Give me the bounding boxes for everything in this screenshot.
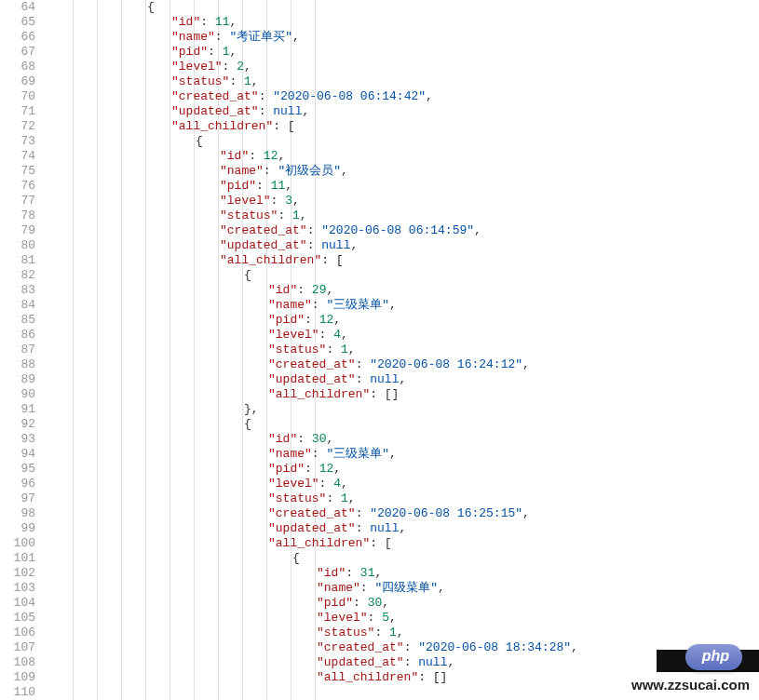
code-line[interactable]: "status": 1, xyxy=(50,343,759,357)
token-p: , xyxy=(326,283,333,297)
code-line[interactable]: "all_children": [ xyxy=(50,536,759,551)
code-line[interactable]: "id": 30, xyxy=(50,432,759,447)
token-p: : xyxy=(346,566,360,580)
line-number: 108 xyxy=(0,655,35,670)
token-p: , xyxy=(438,581,445,595)
token-k: "level" xyxy=(220,194,271,208)
code-line[interactable]: "level": 2, xyxy=(50,60,759,74)
code-line[interactable]: "status": 1, xyxy=(50,626,759,640)
token-p: : xyxy=(319,328,334,342)
token-k: "pid" xyxy=(268,462,305,476)
line-number: 65 xyxy=(0,15,35,30)
code-line[interactable]: "level": 5, xyxy=(50,611,759,626)
php-logo: php xyxy=(685,644,742,670)
token-nl: null xyxy=(321,238,350,252)
token-k: "created_at" xyxy=(220,223,307,237)
line-number: 88 xyxy=(0,357,35,372)
code-line[interactable]: "name": "三级菜单", xyxy=(50,447,759,462)
code-line[interactable]: "updated_at": null, xyxy=(50,372,759,387)
code-line[interactable]: "created_at": "2020-06-08 06:14:59", xyxy=(50,223,759,238)
code-line[interactable]: "level": 4, xyxy=(50,328,759,343)
token-p: : xyxy=(278,209,292,222)
php-logo-text: php xyxy=(685,644,742,670)
code-line[interactable]: "name": "四级菜单", xyxy=(50,581,759,596)
token-n: 12 xyxy=(264,149,278,163)
line-number: 80 xyxy=(0,238,35,253)
token-p: : xyxy=(208,45,223,59)
code-line[interactable]: "name": "三级菜单", xyxy=(50,298,759,313)
code-line[interactable]: "id": 12, xyxy=(50,149,759,164)
token-n: 11 xyxy=(215,15,230,29)
token-k: "all_children" xyxy=(268,536,370,550)
code-line[interactable]: "status": 1, xyxy=(50,209,759,223)
token-p: , xyxy=(571,640,578,654)
code-line[interactable]: "id": 31, xyxy=(50,566,759,581)
code-line[interactable]: "status": 1, xyxy=(50,74,759,89)
token-p: : xyxy=(368,611,383,625)
code-line[interactable]: { xyxy=(50,0,759,15)
code-area[interactable]: {"id": 11,"name": "考证单买","pid": 1,"level… xyxy=(45,0,759,700)
token-p: : xyxy=(312,298,327,312)
line-number: 91 xyxy=(0,402,35,417)
token-k: "all_children" xyxy=(268,387,370,401)
code-line[interactable]: { xyxy=(50,551,759,566)
token-k: "name" xyxy=(220,164,264,178)
token-n: 30 xyxy=(368,596,383,610)
token-k: "name" xyxy=(317,581,360,595)
token-k: "all_children" xyxy=(220,253,321,267)
code-line[interactable]: "pid": 30, xyxy=(50,596,759,611)
token-p: , xyxy=(341,164,348,178)
code-line[interactable]: "level": 4, xyxy=(50,477,759,491)
code-line[interactable]: { xyxy=(50,134,759,149)
code-line[interactable]: }, xyxy=(50,402,759,417)
token-s: "2020-06-08 16:24:12" xyxy=(370,357,522,371)
code-line[interactable]: "created_at": "2020-06-08 18:34:28", xyxy=(50,640,759,655)
code-line[interactable]: "name": "考证单买", xyxy=(50,30,759,45)
code-line[interactable]: "all_children": [] xyxy=(50,387,759,402)
line-number: 96 xyxy=(0,477,35,491)
token-p: , xyxy=(474,223,481,237)
token-k: "id" xyxy=(317,566,346,580)
code-line[interactable]: "created_at": "2020-06-08 16:24:12", xyxy=(50,357,759,372)
line-number: 81 xyxy=(0,253,35,268)
code-line[interactable]: "updated_at": null, xyxy=(50,238,759,253)
token-n: 1 xyxy=(244,74,251,88)
token-p: : xyxy=(353,596,368,610)
token-p: , xyxy=(244,60,251,74)
code-line[interactable]: "status": 1, xyxy=(50,491,759,506)
code-line[interactable]: "level": 3, xyxy=(50,194,759,209)
code-line[interactable]: "pid": 12, xyxy=(50,313,759,328)
token-n: 4 xyxy=(333,477,341,491)
code-line[interactable]: "id": 11, xyxy=(50,15,759,30)
code-line[interactable]: "name": "初级会员", xyxy=(50,164,759,179)
line-number: 77 xyxy=(0,194,35,209)
token-p: , xyxy=(399,521,406,535)
code-line[interactable]: "all_children": [ xyxy=(50,253,759,268)
code-line[interactable]: "created_at": "2020-06-08 06:14:42", xyxy=(50,89,759,104)
token-k: "created_at" xyxy=(171,89,259,103)
code-line[interactable]: "all_children": [ xyxy=(50,119,759,134)
token-k: "updated_at" xyxy=(220,238,307,252)
line-number: 66 xyxy=(0,30,35,45)
token-k: "name" xyxy=(268,447,312,461)
token-k: "pid" xyxy=(268,313,305,327)
code-line[interactable]: "pid": 11, xyxy=(50,179,759,194)
token-p: : xyxy=(264,164,278,178)
code-line[interactable]: "updated_at": null, xyxy=(50,104,759,119)
code-line[interactable]: "pid": 1, xyxy=(50,45,759,60)
code-line[interactable]: "updated_at": null, xyxy=(50,655,759,670)
token-k: "status" xyxy=(317,626,374,639)
code-line[interactable]: "id": 29, xyxy=(50,283,759,298)
code-line[interactable]: "pid": 12, xyxy=(50,462,759,477)
code-line[interactable]: "created_at": "2020-06-08 16:25:15", xyxy=(50,506,759,521)
token-k: "id" xyxy=(220,149,249,163)
line-number: 102 xyxy=(0,566,35,581)
token-n: 12 xyxy=(319,462,334,476)
token-p: , xyxy=(229,15,237,29)
code-line[interactable]: { xyxy=(50,268,759,283)
token-p: : xyxy=(307,223,322,237)
code-line[interactable]: { xyxy=(50,417,759,432)
code-line[interactable]: "updated_at": null, xyxy=(50,521,759,536)
token-p: , xyxy=(251,74,259,88)
token-k: "level" xyxy=(268,328,319,342)
